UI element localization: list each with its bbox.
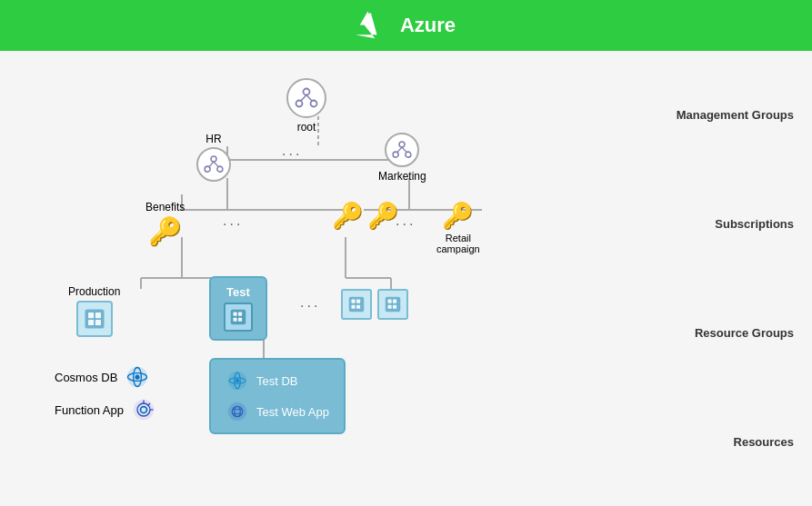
svg-line-21 <box>306 95 312 102</box>
test-webapp-icon <box>226 400 249 423</box>
azure-logo-icon <box>356 9 389 42</box>
svg-rect-49 <box>393 300 396 303</box>
svg-rect-39 <box>238 313 242 316</box>
svg-rect-51 <box>393 305 396 309</box>
svg-line-20 <box>301 95 306 102</box>
svg-line-31 <box>402 147 406 153</box>
test-db-icon <box>226 369 249 392</box>
cosmos-db-icon <box>125 364 150 390</box>
svg-point-65 <box>236 379 240 383</box>
svg-point-22 <box>211 156 216 162</box>
svg-point-23 <box>205 166 210 172</box>
svg-rect-40 <box>234 318 237 322</box>
svg-point-27 <box>399 142 405 147</box>
svg-line-26 <box>214 162 218 167</box>
test-resources-box: Test DB Test Web App <box>209 358 346 434</box>
extra-rg-icon-2 <box>383 294 403 314</box>
production-node: Production <box>68 285 120 337</box>
svg-rect-42 <box>349 297 365 313</box>
svg-rect-48 <box>388 300 392 303</box>
sub-dots-1: ··· <box>223 216 243 233</box>
retail-campaign-node: 🔑 Retailcampaign <box>436 201 480 254</box>
key-icon-1: 🔑 <box>332 201 364 231</box>
azure-title: Azure <box>400 14 456 37</box>
svg-point-18 <box>296 101 303 107</box>
svg-point-66 <box>228 402 246 421</box>
benefits-node: Benefits 🔑 <box>145 201 185 247</box>
svg-rect-44 <box>356 300 360 303</box>
svg-rect-46 <box>356 305 360 309</box>
svg-rect-32 <box>85 310 104 329</box>
svg-rect-36 <box>95 320 101 325</box>
test-resource-group-box: Test <box>209 276 267 341</box>
test-webapp-label: Test Web App <box>256 405 329 419</box>
svg-rect-35 <box>88 320 94 325</box>
extra-rg-boxes <box>341 289 408 320</box>
production-label: Production <box>68 285 120 298</box>
function-app-label: Function App <box>55 403 124 417</box>
marketing-node: Marketing <box>378 133 426 183</box>
hr-mgmt-icon <box>203 154 225 175</box>
svg-rect-38 <box>234 313 237 316</box>
svg-line-30 <box>397 147 402 153</box>
production-rg-icon <box>82 306 107 332</box>
benefits-key-icon: 🔑 <box>148 215 182 247</box>
extra-rg-icon-1 <box>346 294 366 314</box>
test-db-label: Test DB <box>256 374 298 388</box>
svg-point-28 <box>393 152 398 157</box>
subscriptions-label: Subscriptions <box>677 217 794 231</box>
rg-dots: ··· <box>300 298 320 314</box>
marketing-keys: 🔑 🔑 <box>332 201 399 231</box>
root-label: root <box>297 121 316 134</box>
svg-rect-34 <box>95 313 101 318</box>
svg-rect-43 <box>352 300 356 303</box>
svg-rect-50 <box>388 305 392 309</box>
resources-label: Resources <box>677 435 794 449</box>
svg-point-19 <box>311 101 317 107</box>
test-label: Test <box>226 285 250 299</box>
svg-point-24 <box>217 166 223 172</box>
sub-dots-2: ··· <box>396 216 416 233</box>
key-icon-2: 🔑 <box>367 201 399 231</box>
root-mgmt-icon <box>294 85 319 111</box>
svg-rect-47 <box>386 297 401 313</box>
root-node: root <box>286 78 326 134</box>
svg-rect-33 <box>88 313 94 318</box>
management-groups-label: Management Groups <box>677 108 794 122</box>
hr-label: HR <box>206 133 221 145</box>
cosmos-db-resource: Cosmos DB Function App <box>55 364 156 422</box>
mgmt-dots: ··· <box>282 146 302 163</box>
benefits-label: Benefits <box>145 201 185 213</box>
retail-key-icon: 🔑 <box>442 201 474 231</box>
marketing-mgmt-icon <box>391 139 413 161</box>
marketing-label: Marketing <box>378 170 426 183</box>
svg-rect-45 <box>352 305 356 309</box>
svg-point-29 <box>406 152 411 157</box>
azure-header: Azure <box>0 0 812 51</box>
diagram-area: Management Groups Subscriptions Resource… <box>0 51 812 506</box>
svg-rect-37 <box>231 310 246 325</box>
test-rg-icon-1 <box>228 307 248 327</box>
resource-groups-label: Resource Groups <box>677 326 794 340</box>
svg-line-25 <box>209 162 214 167</box>
function-app-icon <box>131 397 156 422</box>
svg-point-17 <box>304 89 310 95</box>
retail-campaign-label: Retailcampaign <box>436 233 480 254</box>
cosmos-db-label: Cosmos DB <box>55 371 117 384</box>
hr-node: HR <box>196 133 231 182</box>
right-labels: Management Groups Subscriptions Resource… <box>677 51 794 506</box>
svg-point-55 <box>135 374 140 379</box>
svg-rect-41 <box>238 318 242 322</box>
